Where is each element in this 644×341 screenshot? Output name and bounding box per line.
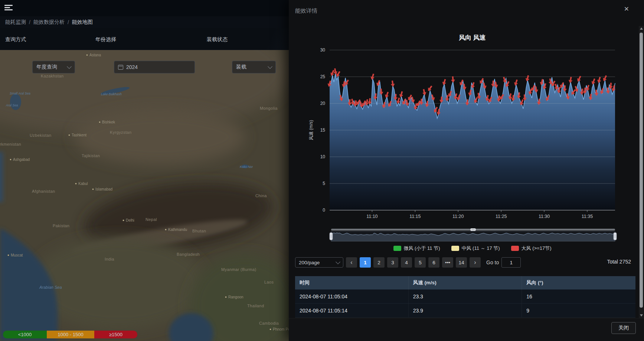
next-page-button[interactable]: › (470, 257, 481, 268)
load-state-value: 装载 (236, 64, 246, 70)
more-pages-button[interactable]: ••• (442, 257, 453, 268)
menu-toggle-icon[interactable] (4, 5, 13, 11)
table-cell: 16 (522, 289, 635, 303)
goto-page-input[interactable] (501, 257, 521, 268)
legend-swatch (511, 246, 519, 251)
map-legend-segment: <1000 (3, 331, 47, 338)
legend-label: 微风 (小于 11 节) (404, 245, 440, 252)
drawer-footer: 关闭 (289, 318, 644, 341)
page-size-value: 200/page (299, 260, 320, 265)
wind-data-table: 时间风速 (m/s)风向 (°) 2024-08-07 11:05:0423.3… (295, 276, 635, 318)
page-button[interactable]: 5 (415, 257, 426, 268)
close-icon[interactable]: ✕ (624, 6, 629, 12)
breadcrumb-separator: / (68, 19, 69, 25)
legend-swatch (393, 246, 401, 251)
scrollbar[interactable] (639, 26, 644, 318)
table-header-cell: 风速 (m/s) (409, 276, 522, 289)
breadcrumb-item[interactable]: 能耗监测 (5, 19, 26, 26)
svg-text:5: 5 (323, 181, 325, 186)
svg-text:11:10: 11:10 (366, 214, 377, 219)
page-size-select[interactable]: 200/page (295, 257, 343, 268)
table-cell: 2024-08-07 11:05:04 (295, 289, 409, 303)
prev-page-button[interactable]: ‹ (346, 257, 357, 268)
breadcrumb-item[interactable]: 能效地图 (72, 19, 93, 26)
svg-text:11:25: 11:25 (496, 214, 507, 219)
table-cell: 23.3 (409, 289, 522, 303)
svg-text:10: 10 (320, 154, 326, 159)
legend-label: 中风 (11 ～ 17 节) (462, 245, 500, 252)
svg-text:30: 30 (320, 47, 326, 53)
year-picker[interactable]: 2024 (114, 61, 195, 73)
chevron-down-icon (336, 259, 340, 264)
scroll-up-icon[interactable] (639, 26, 644, 31)
table-header-cell: 风向 (°) (522, 276, 635, 289)
query-mode-select[interactable]: 年度查询 (32, 61, 75, 73)
svg-text:0: 0 (323, 208, 325, 213)
detail-drawer: 能效详情 ✕ 风向 风速 05101520253011:1011:1511:20… (289, 0, 644, 341)
load-state-select[interactable]: 装载 (232, 61, 276, 73)
page-button[interactable]: 1 (360, 257, 371, 268)
page-button[interactable]: 2 (373, 257, 385, 268)
scrollbar-thumb[interactable] (640, 33, 643, 308)
total-count: Total 2752 (607, 259, 631, 265)
table-cell: 9 (522, 304, 635, 317)
chart-legend-item[interactable]: 中风 (11 ～ 17 节) (451, 245, 500, 252)
wind-chart[interactable]: 05101520253011:1011:1511:2011:2511:3011:… (289, 44, 640, 222)
scroll-down-icon[interactable] (639, 313, 644, 318)
drawer-title: 能效详情 (295, 7, 317, 14)
page-button[interactable]: 6 (428, 257, 439, 268)
query-mode-label: 查询方式 (5, 36, 26, 43)
table-cell: 23.9 (409, 304, 522, 317)
map-legend-segment: 1000 - 1500 (47, 331, 94, 338)
pagination: 200/page ‹ 123456•••14 › Go to (295, 257, 521, 268)
svg-text:11:15: 11:15 (409, 214, 421, 219)
query-mode-value: 年度查询 (36, 64, 57, 70)
table-row: 2024-08-07 11:05:1423.99 (295, 304, 635, 318)
breadcrumb-separator: / (29, 19, 30, 25)
datazoom-slider[interactable] (325, 228, 618, 242)
legend-label: 大风 (>=17节) (522, 245, 552, 252)
calendar-icon (118, 65, 123, 70)
svg-text:11:20: 11:20 (452, 214, 464, 219)
map-legend-segment: ≥1500 (94, 331, 137, 338)
close-button[interactable]: 关闭 (611, 322, 636, 334)
breadcrumb-item[interactable]: 能效数据分析 (33, 19, 65, 26)
map-value-legend: <10001000 - 1500≥1500 (3, 331, 137, 338)
svg-text:11:35: 11:35 (582, 214, 593, 219)
chart-legend: 微风 (小于 11 节)中风 (11 ～ 17 节)大风 (>=17节) (330, 245, 615, 252)
legend-swatch (451, 246, 459, 251)
chart-title: 风向 风速 (330, 33, 615, 42)
svg-text:风速 (m/s): 风速 (m/s) (308, 120, 314, 140)
svg-text:11:30: 11:30 (539, 214, 550, 219)
table-header: 时间风速 (m/s)风向 (°) (295, 276, 635, 289)
chart-legend-item[interactable]: 大风 (>=17节) (511, 245, 552, 252)
load-state-label: 装载状态 (207, 36, 228, 43)
svg-text:15: 15 (320, 128, 326, 133)
chevron-down-icon (268, 64, 272, 69)
year-value: 2024 (126, 64, 138, 70)
map-terrain (0, 50, 289, 341)
table-cell: 2024-08-07 11:05:14 (295, 304, 409, 317)
chart-legend-item[interactable]: 微风 (小于 11 节) (393, 245, 440, 252)
page-button[interactable]: 14 (456, 257, 467, 268)
page-button[interactable]: 3 (387, 257, 398, 268)
table-row: 2024-08-07 11:05:0423.316 (295, 289, 635, 304)
year-label: 年份选择 (95, 36, 116, 43)
svg-text:25: 25 (320, 74, 326, 79)
chevron-down-icon (67, 64, 72, 69)
goto-label: Go to (486, 259, 499, 265)
page-button[interactable]: 4 (401, 257, 412, 268)
table-header-cell: 时间 (295, 276, 409, 289)
svg-text:20: 20 (320, 101, 326, 106)
energy-map[interactable]: AstanaKazakhstanSmall Aral SeaAral SeaLa… (0, 50, 289, 341)
